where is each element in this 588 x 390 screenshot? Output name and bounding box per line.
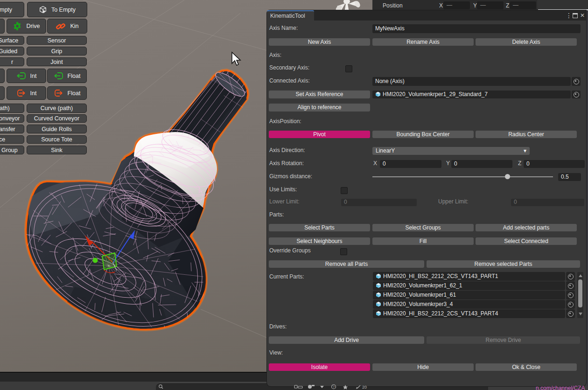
svg-text:?: ?	[333, 385, 335, 389]
svg-text:20: 20	[362, 385, 367, 390]
